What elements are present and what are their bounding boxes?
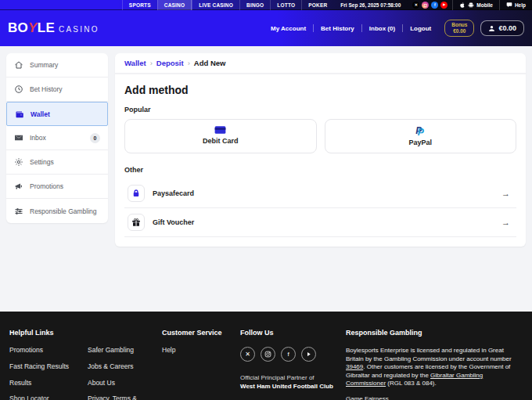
inbox-link[interactable]: Inbox (0): [362, 25, 402, 32]
account-balance-button[interactable]: €0.00: [480, 20, 524, 36]
bonus-value: €0.00: [451, 28, 467, 34]
sidebar-item-label: Bet History: [30, 85, 63, 93]
person-icon: [488, 25, 495, 32]
facebook-icon[interactable]: f: [431, 2, 438, 9]
topnav-live-casino[interactable]: LIVE CASINO: [192, 0, 239, 10]
footer-link-safer-gambling[interactable]: Safer Gambling: [88, 347, 155, 355]
other-methods-list: Paysafecard → Gift Voucher →: [124, 179, 516, 237]
facebook-icon[interactable]: f: [281, 347, 296, 362]
sidebar-item-wallet[interactable]: Wallet: [6, 102, 108, 126]
sidebar-item-summary[interactable]: Summary: [6, 53, 108, 77]
debit-card-icon: [214, 125, 226, 135]
logo-le: LE: [38, 20, 55, 35]
footer-link-help[interactable]: Help: [162, 347, 240, 355]
breadcrumb-deposit[interactable]: Deposit: [156, 59, 184, 67]
sidebar-item-label: Responsible Gambling: [30, 207, 97, 215]
header-account-area: My Account Bet History Inbox (0) Logout …: [264, 20, 524, 37]
breadcrumb: Wallet › Deposit › Add New: [115, 53, 526, 74]
partner-line-2: West Ham United Football Club: [240, 383, 346, 390]
debit-card-method-button[interactable]: Debit Card: [124, 119, 317, 153]
footer-heading: Responsible Gambling: [346, 329, 523, 337]
gift-voucher-method-row[interactable]: Gift Voucher →: [124, 208, 516, 237]
logo-casino: CASINO: [59, 25, 99, 34]
gear-icon: [14, 157, 23, 167]
help-label: Help: [515, 2, 526, 8]
sidebar-item-label: Wallet: [31, 110, 50, 118]
megaphone-icon: [14, 182, 23, 191]
paypal-icon: P P: [415, 125, 426, 136]
footer-customer-service: Customer Service Help: [162, 329, 240, 400]
account-number-link[interactable]: 39469: [346, 363, 363, 370]
youtube-icon[interactable]: [301, 347, 316, 362]
popular-methods-row: Debit Card P P PayPal: [124, 119, 516, 153]
youtube-icon[interactable]: ▶: [440, 2, 448, 9]
sidebar-item-bet-history[interactable]: Bet History: [6, 77, 108, 102]
mobile-label: Mobile: [476, 2, 493, 8]
footer-link-results[interactable]: Results: [9, 380, 77, 387]
header-nav: My Account Bet History Inbox (0) Logout: [264, 24, 438, 32]
chevron-right-icon: ›: [188, 59, 190, 67]
sidebar-item-inbox[interactable]: Inbox 0: [6, 126, 108, 150]
sidebar-item-label: Inbox: [30, 134, 46, 142]
page-title: Add method: [124, 84, 516, 96]
x-twitter-icon[interactable]: ✕: [240, 347, 255, 362]
logout-link[interactable]: Logout: [403, 25, 438, 32]
my-account-link[interactable]: My Account: [264, 25, 313, 32]
footer-link-about-us[interactable]: About Us: [88, 380, 155, 387]
instagram-icon[interactable]: ◻: [422, 2, 429, 9]
topnav-bingo[interactable]: BINGO: [239, 0, 270, 10]
datetime-display: Fri Sep 26, 2025 07:58:00: [333, 2, 408, 8]
sidebar-item-label: Settings: [30, 158, 54, 166]
footer-link-privacy-terms[interactable]: Privacy, Terms & Conditions: [88, 395, 155, 400]
paypal-method-button[interactable]: P P PayPal: [325, 119, 517, 153]
arrow-right-icon: →: [501, 218, 513, 227]
other-section-label: Other: [124, 166, 516, 174]
sidebar-item-settings[interactable]: Settings: [6, 150, 108, 175]
method-name: PayPal: [408, 139, 432, 146]
logo-bo: BO: [8, 20, 28, 35]
sidebar-item-responsible-gambling[interactable]: Responsible Gambling: [6, 199, 108, 223]
footer-heading: Follow Us: [240, 329, 346, 337]
add-method-section: Add method Popular Debit Card P P: [115, 74, 526, 247]
footer-helpful-links: Helpful Links Promotions Fast Racing Res…: [9, 329, 162, 400]
instagram-icon[interactable]: [261, 347, 275, 362]
sliders-icon: [14, 207, 23, 216]
sidebar-item-label: Promotions: [30, 182, 63, 190]
bonus-balance-button[interactable]: Bonus €0.00: [444, 20, 474, 37]
topnav-sports[interactable]: SPORTS: [122, 0, 157, 10]
method-name: Gift Voucher: [153, 218, 194, 226]
chevron-right-icon: ›: [150, 59, 153, 67]
footer-link-jobs-careers[interactable]: Jobs & Careers: [88, 363, 155, 371]
topnav-lotto[interactable]: LOTTO: [270, 0, 301, 10]
licensing-text: Boylesports Enterprise is licensed and r…: [346, 347, 523, 388]
android-icon: [468, 2, 474, 9]
inbox-count-badge: 0: [90, 133, 100, 143]
game-fairness-link[interactable]: Game Fairness: [346, 395, 523, 400]
footer-follow-us: Follow Us ✕ f Official Principal Partner…: [240, 329, 346, 400]
help-link[interactable]: Help: [499, 0, 532, 10]
paysafecard-method-row[interactable]: Paysafecard →: [124, 179, 516, 208]
wallet-deposit-panel: Wallet › Deposit › Add New Add method Po…: [115, 53, 526, 247]
topnav-poker[interactable]: POKER: [301, 0, 333, 10]
content-area: Summary Bet History Wallet Inbox 0: [0, 46, 532, 312]
bet-history-link[interactable]: Bet History: [314, 25, 361, 32]
footer-link-promotions[interactable]: Promotions: [9, 347, 77, 355]
footer-link-fast-racing-results[interactable]: Fast Racing Results: [9, 363, 77, 371]
footer-link-shop-locator[interactable]: Shop Locator: [9, 395, 77, 400]
footer-responsible-gambling: Responsible Gambling Boylesports Enterpr…: [346, 329, 523, 400]
footer-heading: Customer Service: [162, 329, 240, 337]
sidebar-item-promotions[interactable]: Promotions: [6, 175, 108, 199]
mobile-apps-link[interactable]: Mobile: [452, 0, 499, 10]
topnav-casino[interactable]: CASINO: [157, 0, 192, 10]
logo-y: Y: [28, 20, 38, 35]
top-utility-bar: SPORTS CASINO LIVE CASINO BINGO LOTTO PO…: [0, 0, 532, 10]
popular-section-label: Popular: [124, 106, 516, 114]
boyle-casino-logo[interactable]: BOYLE CASINO: [8, 20, 99, 36]
breadcrumb-wallet[interactable]: Wallet: [124, 59, 146, 67]
x-twitter-icon[interactable]: ✕: [412, 2, 419, 9]
bonus-label: Bonus: [451, 22, 467, 28]
gift-icon: [128, 214, 145, 231]
wallet-icon: [15, 110, 24, 119]
balance-amount: €0.00: [498, 24, 516, 32]
method-name: Debit Card: [203, 137, 239, 145]
